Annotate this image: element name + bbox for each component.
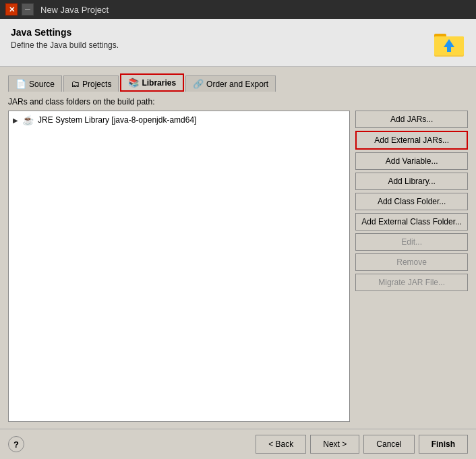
dialog-footer: ? < Back Next > Cancel Finish	[0, 429, 476, 459]
jre-label: JRE System Library [java-8-openjdk-amd64…	[38, 115, 196, 125]
footer-left: ?	[8, 436, 24, 452]
dialog: Java Settings Define the Java build sett…	[0, 19, 476, 459]
window-title: New Java Project	[40, 5, 109, 15]
section-title: Java Settings	[11, 27, 119, 38]
tab-projects[interactable]: 🗂 Projects	[63, 75, 119, 92]
buttons-panel: Add JARs... Add External JARs... Add Var…	[355, 111, 468, 422]
close-button[interactable]: ✕	[5, 3, 18, 16]
help-button[interactable]: ?	[8, 436, 24, 452]
back-button[interactable]: < Back	[256, 435, 306, 454]
add-class-folder-button[interactable]: Add Class Folder...	[355, 193, 468, 210]
add-library-button[interactable]: Add Library...	[355, 173, 468, 190]
projects-tab-icon: 🗂	[71, 79, 80, 89]
tab-libraries[interactable]: 📚 Libraries	[120, 73, 184, 92]
dialog-content: 📄 Source 🗂 Projects 📚 Libraries 🔗 Order …	[0, 67, 476, 429]
add-jars-button[interactable]: Add JARs...	[355, 111, 468, 128]
dialog-header: Java Settings Define the Java build sett…	[0, 19, 476, 67]
library-list[interactable]: ▶ ☕ JRE System Library [java-8-openjdk-a…	[8, 111, 350, 422]
add-variable-button[interactable]: Add Variable...	[355, 152, 468, 170]
cancel-button[interactable]: Cancel	[363, 435, 414, 454]
next-button[interactable]: Next >	[310, 435, 359, 454]
svg-rect-4	[447, 47, 451, 52]
list-item[interactable]: ▶ ☕ JRE System Library [java-8-openjdk-a…	[10, 113, 348, 127]
titlebar: ✕ ─ New Java Project	[0, 0, 476, 19]
minimize-button[interactable]: ─	[22, 3, 34, 16]
libraries-tab-icon: 📚	[128, 78, 139, 88]
tabs-bar: 📄 Source 🗂 Projects 📚 Libraries 🔗 Order …	[8, 73, 468, 92]
add-external-class-folder-button[interactable]: Add External Class Folder...	[355, 213, 468, 231]
build-path-label: JARs and class folders on the build path…	[8, 97, 468, 106]
tab-libraries-label: Libraries	[142, 78, 176, 88]
tab-projects-label: Projects	[82, 80, 111, 89]
folder-icon	[433, 27, 465, 59]
expand-icon: ▶	[13, 117, 18, 124]
tab-source[interactable]: 📄 Source	[8, 75, 62, 92]
jre-icon: ☕	[22, 115, 34, 125]
finish-button[interactable]: Finish	[419, 435, 468, 454]
source-tab-icon: 📄	[16, 79, 26, 89]
edit-button[interactable]: Edit...	[355, 233, 468, 251]
panel-area: ▶ ☕ JRE System Library [java-8-openjdk-a…	[8, 111, 468, 422]
remove-button[interactable]: Remove	[355, 253, 468, 271]
section-description: Define the Java build settings.	[11, 40, 119, 50]
tab-order-export-label: Order and Export	[206, 80, 268, 89]
migrate-jar-button[interactable]: Migrate JAR File...	[355, 274, 468, 291]
order-export-tab-icon: 🔗	[193, 79, 204, 89]
tab-order-export[interactable]: 🔗 Order and Export	[185, 75, 276, 92]
footer-right: < Back Next > Cancel Finish	[256, 435, 468, 454]
add-external-jars-button[interactable]: Add External JARs...	[355, 131, 468, 150]
header-text: Java Settings Define the Java build sett…	[11, 27, 119, 50]
tab-source-label: Source	[29, 80, 55, 89]
